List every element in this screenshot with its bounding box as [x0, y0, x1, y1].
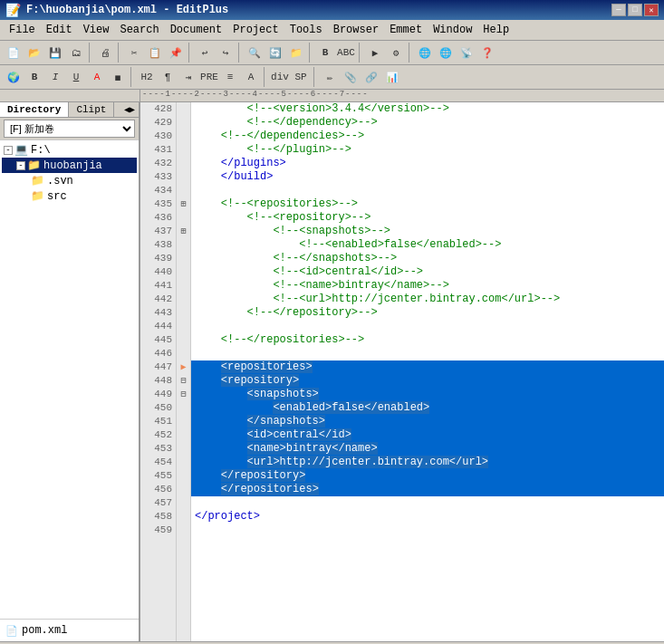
code-line-454[interactable]: <url>http://jcenter.bintray.com</url> — [191, 456, 664, 469]
code-line-447[interactable]: <repositories> — [191, 360, 664, 374]
code-line-446[interactable] — [191, 347, 664, 360]
sidebar-arrow[interactable]: ◀▶ — [120, 102, 139, 117]
code-line-455[interactable]: </repository> — [191, 469, 664, 483]
code-line-442[interactable]: <!--<url>http://jcenter.bintray.com</url… — [191, 293, 664, 306]
code-line-438[interactable]: <!--<enabled>false</enabled>--> — [191, 238, 664, 252]
align-button[interactable]: ≡ — [220, 67, 240, 87]
tb2-btn2[interactable]: 📎 — [341, 67, 361, 87]
open-button[interactable]: 📂 — [24, 43, 44, 62]
tree-item-svn[interactable]: 📁 .svn — [2, 173, 137, 188]
cut-button[interactable]: ✂ — [124, 43, 144, 62]
replace-button[interactable]: 🔄 — [265, 43, 285, 62]
code-line-441[interactable]: <!--<name>bintray</name>--> — [191, 279, 664, 293]
close-button[interactable]: ✕ — [644, 4, 659, 16]
maximize-button[interactable]: □ — [628, 4, 642, 16]
ind-448[interactable]: ⊟ — [177, 374, 190, 388]
run-button[interactable]: ▶ — [365, 43, 385, 62]
code-line-458[interactable]: </project> — [191, 510, 664, 524]
pilcrow-button[interactable]: ¶ — [158, 67, 178, 87]
code-line-432[interactable]: </plugins> — [191, 157, 664, 170]
ind-449[interactable]: ⊟ — [177, 388, 190, 401]
code-line-459[interactable] — [191, 524, 664, 537]
tree-item-src[interactable]: 📁 src — [2, 188, 137, 204]
menu-search[interactable]: Search — [114, 22, 164, 38]
find-button[interactable]: 🔍 — [245, 43, 265, 62]
code-line-431[interactable]: <!--</plugin>--> — [191, 143, 664, 157]
menu-file[interactable]: File — [4, 22, 41, 38]
code-line-428[interactable]: <!--<version>3.4.4</version>--> — [191, 102, 664, 116]
code-line-430[interactable]: <!--</dependencies>--> — [191, 130, 664, 143]
code-line-437[interactable]: <!--<snapshots>--> — [191, 225, 664, 238]
code-line-435[interactable]: <!--<repositories>--> — [191, 197, 664, 211]
div-button[interactable]: div — [270, 67, 290, 87]
ind-435[interactable]: ⊞ — [177, 197, 190, 211]
code-container[interactable]: 428 429 430 431 432 433 434 435 436 437 … — [140, 102, 664, 641]
code-line-433[interactable]: </build> — [191, 170, 664, 184]
code-line-452[interactable]: <id>central</id> — [191, 428, 664, 442]
web-button[interactable]: 🌍 — [4, 67, 24, 87]
code-line-453[interactable]: <name>bintray</name> — [191, 442, 664, 456]
code-line-444[interactable] — [191, 320, 664, 333]
tab-directory[interactable]: Directory — [0, 102, 69, 117]
compile-button[interactable]: ⚙ — [386, 43, 406, 62]
copy-button[interactable]: 📋 — [145, 43, 165, 62]
editor-area[interactable]: 428 429 430 431 432 433 434 435 436 437 … — [140, 102, 664, 641]
marker-button[interactable]: ◼ — [108, 67, 128, 87]
browser1-button[interactable]: 🌐 — [415, 43, 435, 62]
expand-icon-drive[interactable]: - — [4, 146, 13, 155]
spell-button[interactable]: ABC — [336, 43, 356, 62]
code-line-434[interactable] — [191, 184, 664, 197]
tree-item-drive[interactable]: - 💻 F:\ — [2, 142, 137, 158]
code-line-450[interactable]: <enabled>false</enabled> — [191, 401, 664, 415]
menu-view[interactable]: View — [78, 22, 115, 38]
ftp-button[interactable]: 📡 — [457, 43, 476, 62]
dir-dropdown[interactable]: [F] 新加巻 — [4, 120, 135, 138]
i-button[interactable]: I — [45, 67, 65, 87]
expand-icon-folder[interactable]: - — [16, 161, 25, 170]
tb2-btn1[interactable]: ✏ — [320, 67, 340, 87]
paste-button[interactable]: 📌 — [166, 43, 186, 62]
minimize-button[interactable]: ─ — [611, 4, 626, 16]
tb2-btn3[interactable]: 🔗 — [361, 67, 381, 87]
code-line-440[interactable]: <!--<id>central</id>--> — [191, 265, 664, 279]
print-button[interactable]: 🖨 — [95, 43, 115, 62]
b-button[interactable]: B — [24, 67, 44, 87]
u-button[interactable]: U — [66, 67, 86, 87]
pre-button[interactable]: PRE — [199, 67, 219, 87]
save-button[interactable]: 💾 — [45, 43, 65, 62]
color-button[interactable]: A — [87, 67, 107, 87]
code-editor[interactable]: <!--<version>3.4.4</version>--> <!--</de… — [191, 102, 664, 641]
h2-button[interactable]: H2 — [137, 67, 157, 87]
code-line-439[interactable]: <!--</snapshots>--> — [191, 252, 664, 265]
code-line-451[interactable]: </snapshots> — [191, 415, 664, 428]
new-button[interactable]: 📄 — [4, 43, 24, 62]
menu-edit[interactable]: Edit — [41, 22, 78, 38]
code-line-436[interactable]: <!--<repository>--> — [191, 211, 664, 225]
menu-document[interactable]: Document — [165, 22, 228, 38]
window-controls[interactable]: ─ □ ✕ — [611, 4, 659, 16]
menu-window[interactable]: Window — [428, 22, 477, 38]
bold-button[interactable]: B — [315, 43, 335, 62]
undo-button[interactable]: ↩ — [195, 43, 215, 62]
textformat-button[interactable]: A — [241, 67, 261, 87]
menu-emmet[interactable]: Emmet — [384, 22, 428, 38]
code-line-445[interactable]: <!--</repositories>--> — [191, 333, 664, 347]
save-all-button[interactable]: 🗂 — [66, 43, 86, 62]
tb2-btn4[interactable]: 📊 — [382, 67, 402, 87]
tab-clipt[interactable]: Clipt — [69, 102, 114, 117]
findfile-button[interactable]: 📁 — [286, 43, 306, 62]
menu-project[interactable]: Project — [227, 22, 284, 38]
menu-help[interactable]: Help — [477, 22, 515, 38]
help-toolbar-button[interactable]: ❓ — [477, 43, 497, 62]
menu-tools[interactable]: Tools — [284, 22, 328, 38]
browser2-button[interactable]: 🌐 — [436, 43, 456, 62]
menu-browser[interactable]: Browser — [328, 22, 384, 38]
ind-437[interactable]: ⊞ — [177, 225, 190, 238]
indent-button[interactable]: ⇥ — [178, 67, 198, 87]
file-pom[interactable]: 📄 pom.xml — [2, 623, 137, 638]
code-line-449[interactable]: <snapshots> — [191, 388, 664, 401]
code-line-429[interactable]: <!--</dependency>--> — [191, 116, 664, 130]
code-line-443[interactable]: <!--</repository>--> — [191, 306, 664, 320]
code-line-456[interactable]: </repositories> — [191, 483, 664, 496]
code-line-457[interactable] — [191, 496, 664, 510]
